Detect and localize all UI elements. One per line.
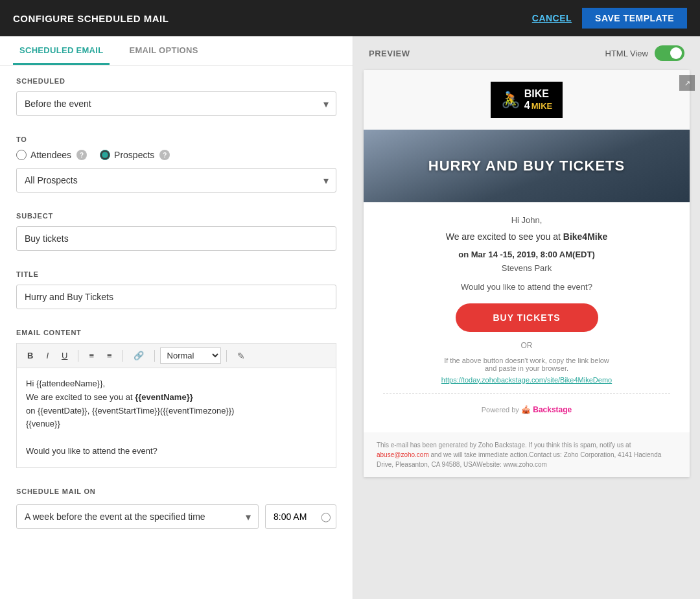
email-link[interactable]: https://today.zohobackstage.com/site/Bik…: [383, 376, 670, 384]
subject-label: SUBJECT: [16, 212, 336, 220]
prospects-help-icon[interactable]: ?: [159, 150, 170, 160]
clock-icon: ◯: [321, 511, 331, 522]
tab-scheduled-email[interactable]: SCHEDULED EMAIL: [13, 36, 110, 65]
right-panel: PREVIEW HTML View ↗ 🚴 BIKE: [353, 36, 700, 599]
html-view-row: HTML View: [605, 45, 684, 61]
body-line4: {{venue}}: [26, 417, 327, 431]
html-view-label: HTML View: [605, 49, 648, 58]
body-line2: We are excited to see you at {{eventName…: [26, 391, 327, 405]
toolbar-divider-2: [122, 350, 123, 362]
email-footer: This e-mail has been generated by Zoho B…: [364, 432, 690, 477]
toolbar-divider-1: [78, 350, 78, 362]
scheduled-label: SCHEDULED: [16, 77, 336, 85]
powered-logo: 🎪 Backstage: [521, 405, 572, 414]
to-section: TO Attendees ? Prospects ? All Prospects…: [0, 124, 353, 200]
link-button[interactable]: 🔗: [128, 348, 149, 363]
schedule-mail-label: SCHEDULE MAIL ON: [16, 487, 336, 495]
prospects-dropdown-wrapper: All Prospects Registered Prospects: [16, 168, 336, 193]
email-content-section: EMAIL CONTENT B I U ≡ ≡ 🔗 Normal Heading…: [0, 317, 353, 476]
toggle-slider: [655, 45, 684, 61]
scheduled-dropdown-wrapper: Before the event After the event Day of …: [16, 91, 336, 116]
prospects-label: Prospects: [114, 150, 154, 160]
hero-text: HURRY AND BUY TICKETS: [428, 158, 625, 174]
logo-box: 🚴 BIKE 4 MIKE: [491, 82, 563, 118]
logo-line2: 4: [524, 100, 530, 112]
body-line5: Would you like to attend the event?: [26, 445, 327, 458]
email-excited: We are excited to see you at Bike4Mike: [383, 231, 670, 242]
email-excited-bold: Bike4Mike: [563, 231, 607, 242]
expand-icon[interactable]: ↗: [679, 75, 695, 91]
title-label: TITLE: [16, 270, 336, 278]
attendees-label: Attendees: [30, 150, 71, 160]
footer-email[interactable]: abuse@zoho.com: [377, 451, 429, 458]
footer-text1: This e-mail has been generated by Zoho B…: [377, 441, 631, 449]
email-excited-plain: We are excited to see you at: [446, 231, 563, 242]
schedule-mail-section: SCHEDULE MAIL ON: [0, 476, 353, 504]
body-line3: on {{eventDate}}, {{eventStartTime}}({{e…: [26, 405, 327, 418]
time-input-wrapper: ◯: [265, 504, 336, 529]
tabs-bar: SCHEDULED EMAIL EMAIL OPTIONS: [0, 36, 353, 65]
format-select[interactable]: Normal Heading 1 Heading 2 Heading 3: [160, 347, 221, 364]
email-body-editor[interactable]: Hi {{attendeeName}}, We are excited to s…: [16, 368, 336, 468]
to-radio-group: Attendees ? Prospects ?: [16, 150, 336, 160]
schedule-select[interactable]: A week before the event at the specified…: [16, 504, 259, 529]
powered-by-row: Powered by 🎪 Backstage: [383, 400, 670, 419]
email-content-label: EMAIL CONTENT: [16, 329, 336, 336]
logo-sub: MIKE: [531, 101, 553, 111]
brush-button[interactable]: ✎: [232, 348, 250, 364]
scheduled-section: SCHEDULED Before the event After the eve…: [0, 65, 353, 124]
body-line1: Hi {{attendeeName}},: [26, 377, 327, 391]
email-preview-card: 🚴 BIKE 4 MIKE HURRY AND BUY TICKETS: [364, 70, 690, 477]
hero-banner: HURRY AND BUY TICKETS: [364, 130, 690, 202]
logo-bike-icon: 🚴: [501, 91, 520, 109]
logo-line2-row: 4 MIKE: [524, 100, 552, 112]
schedule-select-wrapper: A week before the event at the specified…: [16, 504, 259, 529]
title-section: TITLE: [0, 259, 353, 317]
preview-header: PREVIEW HTML View: [353, 36, 700, 70]
email-body-preview: Hi John, We are excited to see you at Bi…: [364, 202, 690, 432]
attendees-radio-label[interactable]: Attendees ?: [16, 150, 87, 160]
save-template-button[interactable]: SAVE TEMPLATE: [582, 8, 687, 29]
left-panel: SCHEDULED EMAIL EMAIL OPTIONS SCHEDULED …: [0, 36, 353, 599]
header: CONFIGURE SCHEDULED MAIL CANCEL SAVE TEM…: [0, 0, 700, 36]
buy-tickets-button[interactable]: BUY TICKETS: [456, 303, 598, 332]
attendees-radio[interactable]: [16, 150, 27, 160]
header-title: CONFIGURE SCHEDULED MAIL: [13, 13, 169, 24]
to-label: TO: [16, 135, 336, 143]
email-link-intro: If the above button doesn't work, copy t…: [444, 357, 609, 364]
editor-toolbar: B I U ≡ ≡ 🔗 Normal Heading 1 Heading 2 H…: [16, 343, 336, 368]
subject-section: SUBJECT: [0, 200, 353, 259]
italic-button[interactable]: I: [41, 348, 54, 363]
toolbar-divider-3: [154, 350, 155, 362]
email-hi: Hi John,: [383, 215, 670, 225]
prospects-radio[interactable]: [100, 150, 110, 160]
html-view-toggle[interactable]: [655, 45, 684, 61]
toolbar-divider-4: [226, 350, 227, 362]
preview-label: PREVIEW: [369, 49, 410, 58]
ordered-list-button[interactable]: ≡: [84, 348, 99, 363]
schedule-mail-row: A week before the event at the specified…: [0, 504, 353, 542]
unordered-list-button[interactable]: ≡: [102, 348, 117, 363]
preview-card-outer: ↗ 🚴 BIKE 4 MIKE: [353, 70, 700, 477]
prospects-radio-label[interactable]: Prospects ?: [100, 150, 170, 160]
bold-button[interactable]: B: [22, 348, 38, 363]
email-date: on Mar 14 -15, 2019, 8:00 AM(EDT): [383, 250, 670, 259]
attendees-help-icon[interactable]: ?: [76, 150, 87, 160]
title-input[interactable]: [16, 285, 336, 309]
prospects-dropdown[interactable]: All Prospects Registered Prospects: [16, 168, 336, 193]
email-logo-area: 🚴 BIKE 4 MIKE: [364, 70, 690, 130]
cancel-button[interactable]: CANCEL: [532, 13, 572, 23]
main-layout: SCHEDULED EMAIL EMAIL OPTIONS SCHEDULED …: [0, 36, 700, 599]
email-divider: [383, 393, 670, 393]
logo-text-group: BIKE 4 MIKE: [524, 88, 552, 112]
email-question: Would you like to attend the event?: [383, 282, 670, 292]
email-or: OR: [383, 341, 670, 350]
subject-input[interactable]: [16, 226, 336, 251]
underline-button[interactable]: U: [56, 348, 73, 363]
email-location: Stevens Park: [383, 263, 670, 273]
scheduled-dropdown[interactable]: Before the event After the event Day of …: [16, 91, 336, 116]
tab-email-options[interactable]: EMAIL OPTIONS: [122, 36, 204, 65]
powered-by-text: Powered by: [482, 406, 519, 414]
email-link-intro2: and paste in your browser.: [485, 364, 568, 372]
logo-line1: BIKE: [524, 88, 552, 100]
